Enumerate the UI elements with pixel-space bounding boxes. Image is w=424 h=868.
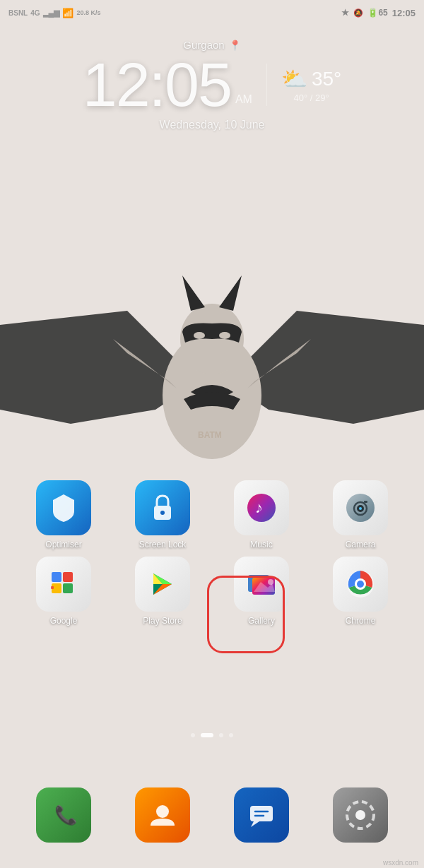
- weather-icon: ⛅: [281, 66, 307, 91]
- svg-text:♪: ♪: [255, 499, 263, 516]
- music-label: Music: [250, 540, 272, 549]
- dock-contacts[interactable]: [124, 787, 201, 847]
- app-gallery[interactable]: Gallery: [223, 557, 300, 626]
- batman-artwork: BATM: [0, 268, 424, 494]
- app-optimiser[interactable]: Optimiser: [25, 480, 102, 549]
- svg-marker-37: [251, 821, 259, 827]
- phone-icon-wrapper[interactable]: 📞: [36, 787, 91, 843]
- wifi-icon: 📶: [62, 8, 73, 18]
- time-ampm: AM: [235, 93, 252, 106]
- svg-rect-20: [51, 586, 54, 589]
- status-right: ★ 🔕 🔋65 12:05: [341, 8, 416, 18]
- date-display: Wednesday, 10 June: [160, 119, 265, 131]
- dot-1[interactable]: [191, 733, 195, 737]
- data-speed: 20.8 K/s: [76, 9, 100, 16]
- app-row-2: Google Play Store: [14, 557, 410, 626]
- page-dots: [0, 733, 424, 737]
- messages-icon-wrapper[interactable]: [234, 787, 289, 843]
- app-screenlock[interactable]: Screen Lock: [124, 480, 201, 549]
- svg-text:BATM: BATM: [198, 430, 222, 440]
- playstore-label: Play Store: [143, 616, 182, 626]
- chrome-icon-wrapper[interactable]: [333, 557, 388, 612]
- gallery-label: Gallery: [248, 616, 275, 626]
- divider: [266, 64, 267, 106]
- clock-widget: Gurgaon 📍 12:05 AM ⛅ 35° 40° / 29° Wedne…: [0, 39, 424, 131]
- svg-rect-17: [63, 572, 73, 582]
- svg-rect-16: [52, 572, 61, 582]
- dock-messages[interactable]: [223, 787, 300, 847]
- time-weather-row: 12:05 AM ⛅ 35° 40° / 29°: [83, 54, 342, 116]
- dot-4[interactable]: [229, 733, 233, 737]
- dot-3[interactable]: [219, 733, 223, 737]
- carrier-label: BSNL: [8, 9, 28, 17]
- svg-rect-21: [54, 588, 57, 590]
- playstore-icon: [135, 557, 190, 612]
- svg-text:📞: 📞: [54, 804, 78, 826]
- screenlock-label: Screen Lock: [139, 540, 187, 549]
- contacts-icon-wrapper[interactable]: [135, 787, 190, 843]
- camera-label: Camera: [346, 540, 376, 549]
- phone-icon: 📞: [36, 787, 91, 843]
- weather-icon-row: ⛅ 35°: [281, 66, 341, 91]
- app-google[interactable]: Google: [25, 557, 102, 626]
- app-row-1: Optimiser Screen Lock: [14, 480, 410, 549]
- music-icon: ♪: [234, 480, 289, 535]
- svg-point-4: [194, 332, 205, 339]
- svg-rect-15: [364, 501, 367, 503]
- camera-icon: [333, 480, 388, 535]
- svg-rect-19: [63, 583, 73, 593]
- svg-point-14: [359, 507, 362, 510]
- svg-marker-3: [219, 275, 242, 311]
- time-display: 12:05 AM: [83, 54, 252, 116]
- temp-range: 40° / 29°: [294, 93, 329, 103]
- music-icon-wrapper[interactable]: ♪: [234, 480, 289, 535]
- app-chrome[interactable]: Chrome: [322, 557, 399, 626]
- screenlock-icon: [135, 480, 190, 535]
- signal-icon: ▂▄▆: [43, 8, 60, 18]
- battery-icon: 🔋65: [367, 8, 387, 18]
- dock-settings[interactable]: [322, 787, 399, 847]
- google-label: Google: [50, 616, 78, 626]
- app-camera[interactable]: Camera: [322, 480, 399, 549]
- svg-point-8: [160, 511, 165, 515]
- bluetooth-icon: ★: [341, 8, 349, 18]
- temperature: 35°: [312, 68, 341, 90]
- screenlock-icon-wrapper[interactable]: [135, 480, 190, 535]
- app-grid: Optimiser Screen Lock: [0, 480, 424, 633]
- gallery-icon: [234, 557, 289, 612]
- settings-icon-wrapper[interactable]: [333, 787, 388, 843]
- camera-icon-wrapper[interactable]: [333, 480, 388, 535]
- svg-point-33: [357, 581, 364, 588]
- svg-rect-36: [250, 806, 273, 821]
- app-playstore[interactable]: Play Store: [124, 557, 201, 626]
- gallery-icon-wrapper[interactable]: [234, 557, 289, 612]
- time-big: 12:05: [83, 54, 231, 116]
- optimiser-icon: [36, 480, 91, 535]
- chrome-icon: [333, 557, 388, 612]
- status-time: 12:05: [392, 8, 416, 18]
- dock-row: 📞: [0, 787, 424, 847]
- watermark: wsxdn.com: [383, 859, 418, 867]
- optimiser-label: Optimiser: [45, 540, 81, 549]
- notifications-icon: 🔕: [353, 8, 363, 18]
- messages-icon: [234, 787, 289, 843]
- weather-box: ⛅ 35° 40° / 29°: [281, 66, 341, 103]
- svg-marker-2: [182, 275, 205, 311]
- svg-point-30: [268, 579, 273, 585]
- optimiser-icon-wrapper[interactable]: [36, 480, 91, 535]
- playstore-icon-wrapper[interactable]: [135, 557, 190, 612]
- status-left: BSNL 4G ▂▄▆ 📶 20.8 K/s: [8, 8, 100, 18]
- svg-point-5: [219, 332, 230, 339]
- google-icon-wrapper[interactable]: [36, 557, 91, 612]
- app-music[interactable]: ♪ Music: [223, 480, 300, 549]
- settings-icon: [333, 787, 388, 843]
- chrome-label: Chrome: [346, 616, 376, 626]
- svg-point-35: [156, 805, 169, 818]
- dot-2-active[interactable]: [201, 733, 213, 737]
- google-icon: [36, 557, 91, 612]
- svg-point-40: [355, 810, 365, 820]
- contacts-icon: [135, 787, 190, 843]
- status-bar: BSNL 4G ▂▄▆ 📶 20.8 K/s ★ 🔕 🔋65 12:05: [0, 0, 424, 25]
- dock-phone[interactable]: 📞: [25, 787, 102, 847]
- network-label: 4G: [30, 9, 40, 17]
